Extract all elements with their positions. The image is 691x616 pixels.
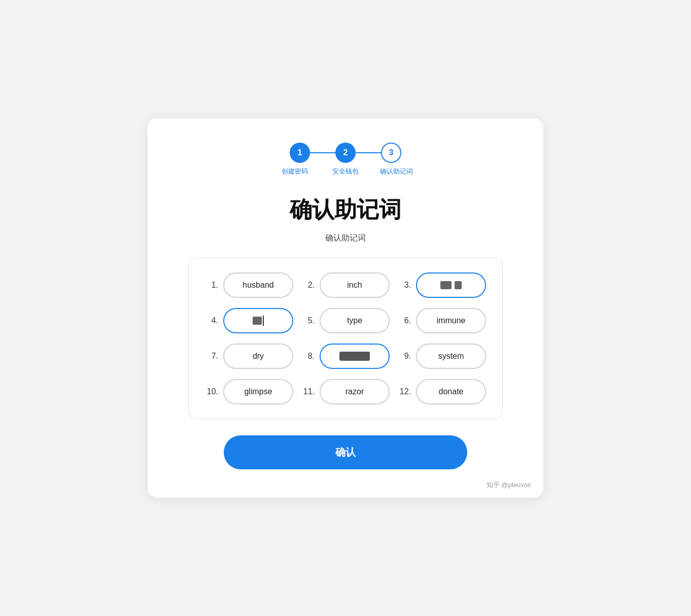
step-1-circle: 1: [290, 143, 310, 163]
main-card: 1 2 3 创建密码 安全钱包 确认助记词 确认助记词 确认助记词 1.: [148, 118, 543, 497]
word-number-3: 3.: [398, 281, 411, 290]
word-item-7: 7. dry: [205, 344, 293, 369]
word-item-4: 4.: [205, 308, 293, 333]
word-pill-3[interactable]: [416, 272, 486, 298]
word-pill-1[interactable]: husband: [223, 272, 293, 298]
censor-block-8: [339, 352, 370, 361]
cursor-4: [263, 316, 264, 326]
step-line-1: [310, 152, 335, 153]
word-number-7: 7.: [205, 352, 218, 361]
word-item-8: 8.: [301, 344, 390, 369]
step-2-label: 安全钱包: [328, 167, 363, 176]
word-number-2: 2.: [301, 281, 315, 290]
sub-title: 确认助记词: [188, 233, 503, 244]
stepper-circles: 1 2 3: [290, 143, 401, 163]
word-item-11: 11. razor: [301, 379, 390, 404]
word-pill-4[interactable]: [223, 308, 293, 333]
word-pill-6[interactable]: immune: [416, 308, 486, 333]
word-pill-2[interactable]: inch: [320, 272, 390, 298]
word-number-11: 11.: [301, 387, 315, 396]
step-2-circle: 2: [335, 143, 356, 163]
word-number-4: 4.: [205, 316, 218, 325]
censor-4: [253, 317, 262, 325]
word-pill-7[interactable]: dry: [223, 344, 293, 369]
page-title: 确认助记词: [188, 195, 503, 225]
word-number-12: 12.: [398, 387, 411, 396]
word-number-9: 9.: [398, 352, 411, 361]
word-item-2: 2. inch: [301, 272, 390, 298]
confirm-button[interactable]: 确认: [224, 435, 467, 469]
word-grid-container: 1. husband 2. inch 3. 4.: [188, 258, 503, 419]
word-number-5: 5.: [301, 316, 315, 325]
word-grid: 1. husband 2. inch 3. 4.: [205, 272, 486, 404]
step-1-label: 创建密码: [277, 167, 313, 176]
step-line-2: [356, 152, 381, 153]
word-item-10: 10. glimpse: [205, 379, 293, 404]
stepper: 1 2 3 创建密码 安全钱包 确认助记词: [188, 143, 503, 176]
word-item-6: 6. immune: [398, 308, 486, 333]
word-pill-12[interactable]: donate: [416, 379, 486, 404]
word-item-1: 1. husband: [205, 272, 293, 298]
censor-block-4a: [253, 317, 262, 325]
stepper-labels: 创建密码 安全钱包 确认助记词: [277, 167, 414, 176]
word-item-9: 9. system: [398, 344, 486, 369]
censor-block-3a: [440, 281, 452, 289]
word-number-10: 10.: [205, 387, 218, 396]
word-pill-11[interactable]: razor: [320, 379, 390, 404]
word-item-3: 3.: [398, 272, 486, 298]
word-pill-5[interactable]: type: [320, 308, 390, 333]
censor-8: [339, 352, 370, 361]
step-3-circle: 3: [381, 143, 401, 163]
word-pill-8[interactable]: [320, 344, 390, 369]
word-item-12: 12. donate: [398, 379, 486, 404]
word-pill-9[interactable]: system: [416, 344, 486, 369]
censor-3: [440, 281, 462, 289]
censor-block-3b: [455, 281, 462, 289]
word-number-8: 8.: [301, 352, 315, 361]
watermark: 知乎 @pleuvoir: [487, 481, 531, 490]
word-pill-10[interactable]: glimpse: [223, 379, 293, 404]
word-number-1: 1.: [205, 281, 218, 290]
word-item-5: 5. type: [301, 308, 390, 333]
step-3-label: 确认助记词: [378, 167, 414, 176]
word-number-6: 6.: [398, 316, 411, 325]
